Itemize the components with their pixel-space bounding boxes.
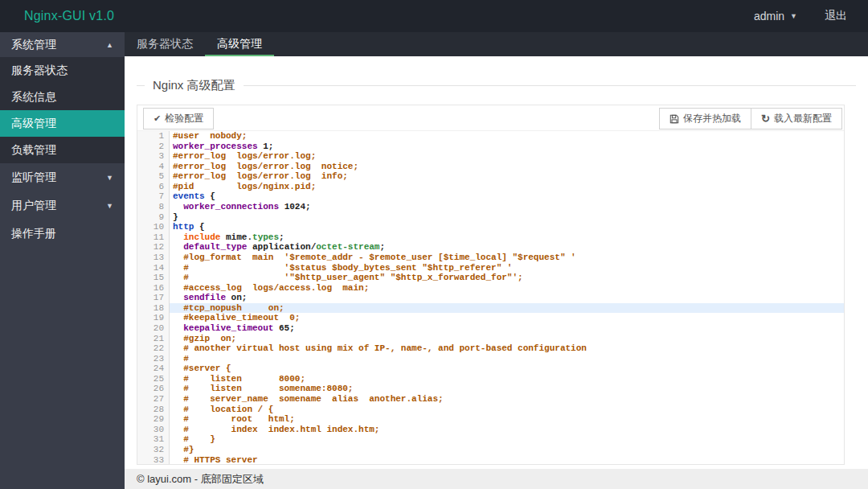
header-right: admin ▼ 退出 [754, 9, 868, 23]
load-latest-config-label: 载入最新配置 [774, 112, 832, 125]
code-line: 20 keepalive_timeout 65; [137, 323, 844, 334]
line-number: 21 [137, 334, 170, 344]
code-text: #error_log logs/error.log notice; [170, 162, 844, 172]
sidebar-submenu: 服务器状态系统信息高级管理负载管理 [0, 57, 125, 163]
line-number: 16 [137, 283, 170, 294]
line-number: 3 [137, 151, 170, 162]
code-text: # server_name somename alias another.ali… [170, 394, 844, 405]
config-panel: ✔ 检验配置 保存并热加载 ↻ 载入最新配置 1#user nobo [137, 105, 845, 465]
code-line: 27 # server_name somename alias another.… [137, 394, 844, 405]
check-config-button[interactable]: ✔ 检验配置 [143, 108, 214, 129]
chevron-up-icon: ▲ [106, 41, 113, 49]
save-hot-reload-label: 保存并热加载 [683, 112, 741, 125]
line-number: 5 [137, 171, 170, 182]
code-text: worker_connections 1024; [170, 202, 844, 212]
sidebar-item-label: 服务器状态 [11, 64, 68, 78]
code-text: http { [170, 222, 844, 232]
line-number: 15 [137, 273, 170, 283]
tab-bar: 服务器状态高级管理 [125, 32, 868, 56]
save-icon [669, 114, 679, 124]
code-text: # another virtual host using mix of IP-,… [170, 343, 844, 354]
code-text: #access_log logs/access.log main; [170, 283, 844, 294]
check-config-label: 检验配置 [165, 112, 203, 125]
code-text: #log_format main '$remote_addr - $remote… [170, 253, 844, 263]
save-hot-reload-button[interactable]: 保存并热加载 [659, 108, 751, 129]
logout-link[interactable]: 退出 [825, 9, 847, 23]
line-number: 20 [137, 323, 170, 334]
load-latest-config-button[interactable]: ↻ 载入最新配置 [751, 108, 842, 129]
sidebar-item-label: 负载管理 [11, 143, 56, 158]
sidebar-item-label: 系统管理 [11, 38, 56, 52]
sidebar-item-load-management[interactable]: 负载管理 [0, 137, 125, 163]
tab-advanced-management[interactable]: 高级管理 [205, 32, 274, 56]
footer-text: © layui.com - 底部固定区域 [137, 473, 264, 485]
tab-server-status[interactable]: 服务器状态 [125, 32, 205, 56]
app-header: Nginx-GUI v1.0 admin ▼ 退出 [0, 0, 868, 32]
code-line: 13 #log_format main '$remote_addr - $rem… [137, 253, 844, 263]
line-number: 31 [137, 434, 170, 445]
code-text: #error_log logs/error.log; [170, 151, 844, 162]
sidebar-item-user-management[interactable]: 用户管理▼ [0, 191, 125, 220]
code-line: 18 #tcp_nopush on; [137, 303, 844, 314]
code-line: 24 #server { [137, 364, 844, 374]
code-line: 14 # '$status $body_bytes_sent "$http_re… [137, 263, 844, 273]
line-number: 19 [137, 313, 170, 323]
code-line: 12 default_type application/octet-stream… [137, 242, 844, 253]
code-line: 7events { [137, 191, 844, 202]
code-line: 6#pid logs/nginx.pid; [137, 182, 844, 192]
code-text: # } [170, 434, 844, 445]
code-line: 4#error_log logs/error.log notice; [137, 162, 844, 172]
sidebar-item-system-info[interactable]: 系统信息 [0, 84, 125, 110]
sidebar-item-label: 系统信息 [11, 90, 56, 105]
code-text: # root html; [170, 414, 844, 425]
line-number: 30 [137, 425, 170, 435]
line-number: 24 [137, 364, 170, 374]
code-text: # location / { [170, 405, 844, 415]
page-title: Nginx 高级配置 [145, 76, 244, 94]
code-line: 10http { [137, 222, 844, 232]
line-number: 26 [137, 384, 170, 394]
code-text: # HTTPS server [170, 455, 844, 465]
admin-username: admin [754, 10, 784, 23]
refresh-icon: ↻ [761, 113, 770, 124]
section-title-block: Nginx 高级配置 [137, 76, 856, 94]
app-logo: Nginx-GUI v1.0 [24, 9, 114, 23]
line-number: 27 [137, 394, 170, 405]
code-line: 11 include mime.types; [137, 232, 844, 243]
sidebar-item-operation-manual[interactable]: 操作手册 [0, 220, 125, 248]
line-number: 2 [137, 142, 170, 152]
line-number: 18 [137, 303, 170, 314]
line-number: 25 [137, 374, 170, 384]
code-line: 16 #access_log logs/access.log main; [137, 283, 844, 294]
code-line: 15 # '"$http_user_agent" "$http_x_forwar… [137, 273, 844, 283]
code-line: 29 # root html; [137, 414, 844, 425]
code-text: # '"$http_user_agent" "$http_x_forwarded… [170, 273, 844, 283]
line-number: 22 [137, 343, 170, 354]
line-number: 7 [137, 191, 170, 202]
code-text: default_type application/octet-stream; [170, 242, 844, 253]
admin-menu[interactable]: admin ▼ [754, 10, 797, 23]
code-line: 30 # index index.html index.htm; [137, 425, 844, 435]
title-divider [137, 85, 856, 86]
code-text: events { [170, 191, 844, 202]
line-number: 11 [137, 232, 170, 243]
code-line: 21 #gzip on; [137, 334, 844, 344]
sidebar: 系统管理▲服务器状态系统信息高级管理负载管理监听管理▼用户管理▼操作手册 [0, 32, 125, 489]
code-line: 8 worker_connections 1024; [137, 202, 844, 212]
code-line: 3#error_log logs/error.log; [137, 151, 844, 162]
code-line: 22 # another virtual host using mix of I… [137, 343, 844, 354]
sidebar-item-server-status[interactable]: 服务器状态 [0, 57, 125, 84]
code-line: 25 # listen 8000; [137, 374, 844, 384]
sidebar-item-label: 用户管理 [11, 199, 56, 213]
sidebar-item-label: 高级管理 [11, 117, 56, 131]
config-editor[interactable]: 1#user nobody;2worker_processes 1;3#erro… [137, 130, 844, 464]
code-text: worker_processes 1; [170, 142, 844, 152]
line-number: 12 [137, 242, 170, 253]
code-text: include mime.types; [170, 232, 844, 243]
code-line: 19 #keepalive_timeout 0; [137, 313, 844, 323]
sidebar-item-advanced-management[interactable]: 高级管理 [0, 110, 125, 137]
toolbar-right-group: 保存并热加载 ↻ 载入最新配置 [659, 108, 842, 129]
sidebar-item-listen-management[interactable]: 监听管理▼ [0, 163, 125, 191]
code-line: 28 # location / { [137, 405, 844, 415]
sidebar-item-system-management[interactable]: 系统管理▲ [0, 32, 125, 57]
